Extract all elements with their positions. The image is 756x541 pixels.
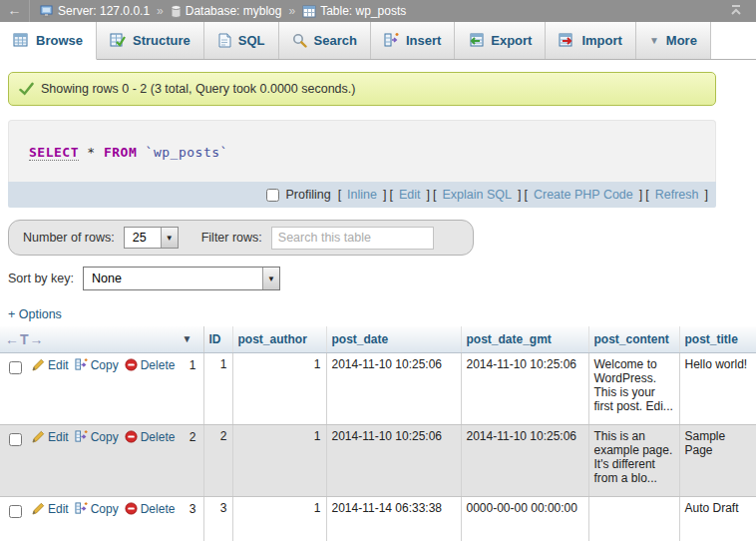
cell-post-date: 2014-11-10 10:25:06 bbox=[326, 352, 461, 424]
breadcrumb-table-label: Table: wp_posts bbox=[320, 4, 406, 18]
tab-insert[interactable]: Insert bbox=[371, 22, 455, 59]
select-dropdown-icon: ▼ bbox=[161, 228, 178, 248]
edit-row-link[interactable]: Edit bbox=[32, 502, 69, 516]
edit-query-link[interactable]: Edit bbox=[399, 188, 421, 202]
tab-export[interactable]: Export bbox=[455, 22, 546, 59]
row-id-inline: 3 bbox=[189, 502, 197, 516]
row-actions-cell: Edit Copy bbox=[0, 424, 203, 496]
tab-more[interactable]: ▼ More bbox=[636, 22, 711, 59]
breadcrumb-server-label: Server: 127.0.0.1 bbox=[58, 4, 150, 18]
cell-id: 2 bbox=[203, 424, 232, 496]
insert-icon bbox=[384, 33, 399, 48]
delete-icon bbox=[125, 358, 138, 371]
create-php-code-link[interactable]: Create PHP Code bbox=[534, 188, 633, 202]
search-icon bbox=[292, 33, 307, 48]
copy-row-link[interactable]: Copy bbox=[75, 430, 119, 444]
table-icon bbox=[302, 5, 316, 18]
cell-post-date-gmt: 2014-11-10 10:25:06 bbox=[461, 424, 588, 496]
cell-post-date-gmt: 2014-11-10 10:25:06 bbox=[461, 352, 588, 424]
column-header-post-date-gmt[interactable]: post_date_gmt bbox=[461, 326, 588, 352]
copy-row-link[interactable]: Copy bbox=[75, 358, 119, 372]
collapse-window-icon[interactable] bbox=[716, 4, 756, 19]
column-header-post-title[interactable]: post_title bbox=[679, 326, 756, 352]
delete-label: Delete bbox=[141, 502, 176, 516]
row-checkbox[interactable] bbox=[9, 505, 22, 518]
table-row: Edit Copy bbox=[0, 496, 756, 541]
column-header-post-content[interactable]: post_content bbox=[588, 326, 679, 352]
delete-row-link[interactable]: Delete bbox=[125, 502, 176, 516]
cell-post-content bbox=[588, 496, 679, 541]
actions-header[interactable]: ←T→ ▼ bbox=[0, 326, 203, 352]
delete-label: Delete bbox=[141, 430, 176, 444]
breadcrumb: Server: 127.0.0.1 » Database: myblog » T… bbox=[30, 4, 716, 18]
bracket: ] bbox=[705, 188, 708, 202]
copy-row-link[interactable]: Copy bbox=[75, 502, 119, 516]
cell-post-title: Auto Draft bbox=[679, 496, 756, 541]
column-marker-icon[interactable]: ←T→ bbox=[5, 331, 45, 347]
sql-keyword-from: FROM bbox=[104, 145, 137, 160]
tab-browse[interactable]: Browse bbox=[0, 22, 97, 60]
profiling-checkbox[interactable] bbox=[266, 189, 279, 202]
inline-link[interactable]: Inline bbox=[347, 188, 377, 202]
cell-post-author: 1 bbox=[232, 424, 326, 496]
success-message-text: Showing rows 0 - 2 (3 total, Query took … bbox=[41, 82, 355, 96]
breadcrumb-server[interactable]: Server: 127.0.0.1 bbox=[40, 4, 150, 18]
success-message: Showing rows 0 - 2 (3 total, Query took … bbox=[8, 72, 716, 106]
tab-more-label: More bbox=[666, 33, 697, 48]
sort-by-key-select[interactable]: None ▼ bbox=[83, 267, 280, 290]
filter-rows-input[interactable] bbox=[271, 227, 434, 250]
breadcrumb-database[interactable]: Database: myblog bbox=[171, 4, 282, 18]
delete-row-link[interactable]: Delete bbox=[125, 358, 176, 372]
tab-structure-label: Structure bbox=[133, 33, 190, 48]
copy-label: Copy bbox=[91, 358, 119, 372]
pencil-icon bbox=[32, 430, 45, 443]
chevron-down-icon: ▼ bbox=[649, 35, 659, 46]
back-arrow-icon[interactable]: ← bbox=[0, 0, 30, 22]
delete-icon bbox=[125, 430, 138, 443]
tab-bar: Browse Structure SQL Search bbox=[0, 22, 756, 60]
success-check-icon bbox=[19, 82, 34, 96]
results-header-row: ←T→ ▼ ID post_author post_date post_date… bbox=[0, 326, 756, 352]
copy-label: Copy bbox=[91, 502, 119, 516]
sql-star: * bbox=[87, 145, 95, 160]
tab-structure[interactable]: Structure bbox=[97, 22, 204, 59]
header-dropdown-icon[interactable]: ▼ bbox=[183, 333, 192, 344]
edit-row-link[interactable]: Edit bbox=[32, 430, 69, 444]
pencil-icon bbox=[32, 502, 45, 515]
row-checkbox[interactable] bbox=[9, 361, 22, 374]
structure-icon bbox=[110, 33, 126, 48]
cell-post-author: 1 bbox=[232, 352, 326, 424]
tab-import[interactable]: Import bbox=[546, 22, 635, 59]
table-row: Edit Copy bbox=[0, 424, 756, 496]
cell-id: 3 bbox=[203, 496, 232, 541]
bracket: ] bbox=[383, 188, 386, 202]
row-id-inline: 1 bbox=[189, 358, 197, 372]
cell-post-title: Sample Page bbox=[679, 424, 756, 496]
profiling-label[interactable]: Profiling bbox=[285, 188, 330, 202]
breadcrumb-table[interactable]: Table: wp_posts bbox=[302, 4, 406, 18]
column-header-post-author[interactable]: post_author bbox=[232, 326, 326, 352]
query-toolbar: Profiling [ Inline ] [ Edit ] [ Explain … bbox=[8, 182, 716, 208]
edit-row-link[interactable]: Edit bbox=[32, 358, 69, 372]
row-checkbox[interactable] bbox=[9, 433, 22, 446]
sql-icon bbox=[217, 33, 231, 48]
refresh-link[interactable]: Refresh bbox=[655, 188, 699, 202]
export-icon bbox=[468, 33, 484, 48]
tab-search[interactable]: Search bbox=[279, 22, 371, 59]
breadcrumb-separator: » bbox=[157, 4, 164, 18]
cell-post-date-gmt: 0000-00-00 00:00:00 bbox=[461, 496, 588, 541]
options-toggle[interactable]: + Options bbox=[8, 307, 62, 321]
column-header-id[interactable]: ID bbox=[203, 326, 232, 352]
cell-post-title: Hello world! bbox=[679, 352, 756, 424]
import-icon bbox=[559, 33, 574, 48]
browse-icon bbox=[13, 33, 29, 48]
column-header-post-date[interactable]: post_date bbox=[326, 326, 461, 352]
sort-by-key-value: None bbox=[84, 268, 262, 289]
number-of-rows-select[interactable]: 25 ▼ bbox=[124, 227, 179, 249]
bracket: [ bbox=[433, 188, 436, 202]
breadcrumb-bar: ← Server: 127.0.0.1 » Database: myblog » bbox=[0, 0, 756, 22]
explain-sql-link[interactable]: Explain SQL bbox=[442, 188, 511, 202]
delete-row-link[interactable]: Delete bbox=[125, 430, 176, 444]
tab-sql[interactable]: SQL bbox=[204, 22, 279, 59]
tab-browse-label: Browse bbox=[36, 33, 83, 48]
